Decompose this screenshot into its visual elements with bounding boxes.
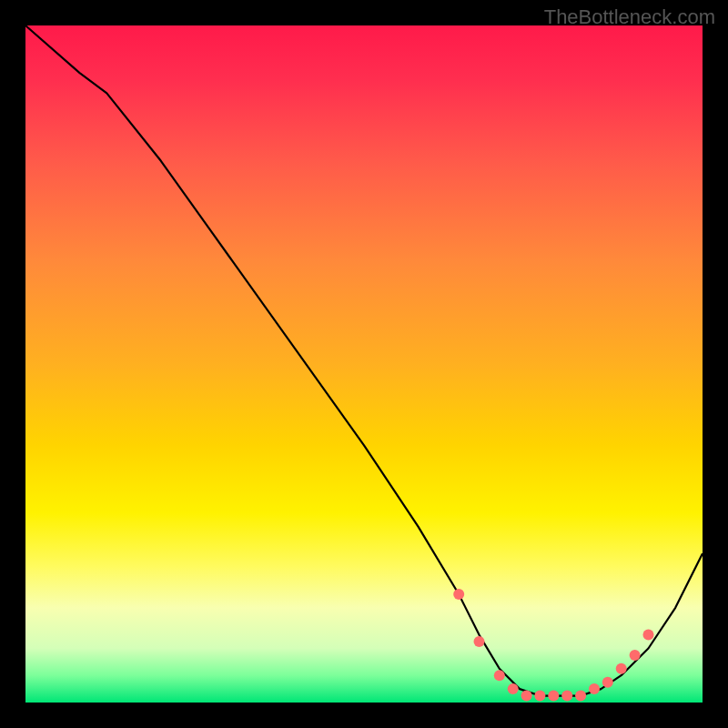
watermark-text: TheBottleneck.com <box>544 5 715 29</box>
curve-path <box>25 25 703 696</box>
marker-dot <box>575 691 586 702</box>
marker-dot <box>589 683 600 694</box>
marker-dot <box>453 589 464 600</box>
marker-dot <box>630 650 641 661</box>
marker-dot <box>534 691 545 702</box>
plot-area <box>25 25 703 703</box>
marker-dot <box>602 677 613 688</box>
marker-dot <box>508 683 519 694</box>
marker-dot <box>521 691 532 702</box>
marker-group <box>453 589 653 702</box>
marker-dot <box>643 630 654 641</box>
marker-dot <box>474 636 485 647</box>
marker-dot <box>616 663 627 674</box>
chart-svg <box>25 25 703 703</box>
marker-dot <box>494 670 505 681</box>
marker-dot <box>561 691 572 702</box>
marker-dot <box>548 691 559 702</box>
